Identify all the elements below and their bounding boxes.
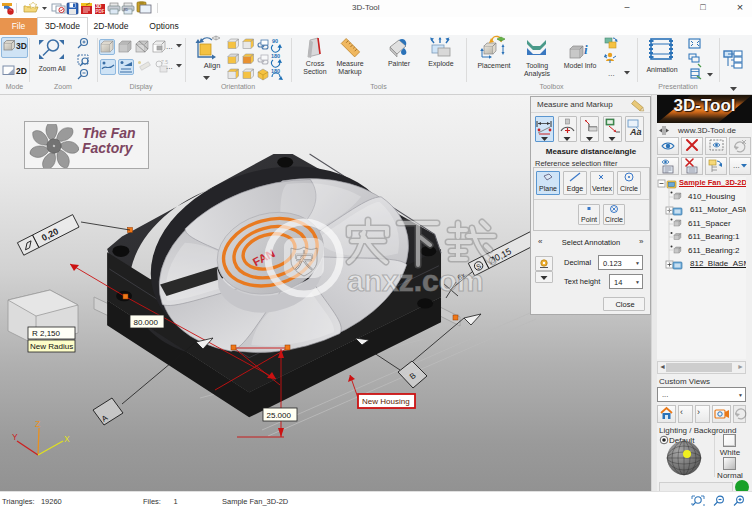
svg-text:3D: 3D — [16, 41, 27, 51]
svg-text:...: ... — [166, 42, 173, 51]
svg-text:25.000: 25.000 — [267, 411, 292, 420]
svg-text:2D: 2D — [16, 66, 27, 76]
svg-text:...: ... — [608, 69, 615, 78]
svg-text:R 2,150: R 2,150 — [32, 329, 61, 338]
svg-text:Aa: Aa — [629, 127, 642, 137]
svg-text:New Radius: New Radius — [30, 342, 73, 351]
svg-text:90: 90 — [272, 38, 278, 44]
svg-text:i: i — [584, 42, 588, 57]
svg-text:...: ... — [166, 62, 173, 71]
svg-text:PDF: PDF — [96, 9, 105, 14]
svg-text:3D: 3D — [124, 8, 129, 12]
svg-text:180: 180 — [271, 53, 280, 59]
svg-text:80.000: 80.000 — [134, 318, 159, 327]
svg-text:X: X — [64, 434, 70, 444]
svg-text:anxz.com: anxz.com — [347, 264, 484, 297]
svg-text:...: ... — [733, 161, 740, 170]
svg-text:Y: Y — [12, 432, 18, 442]
svg-text:Z: Z — [35, 419, 40, 429]
svg-text:New Housing: New Housing — [362, 397, 410, 406]
